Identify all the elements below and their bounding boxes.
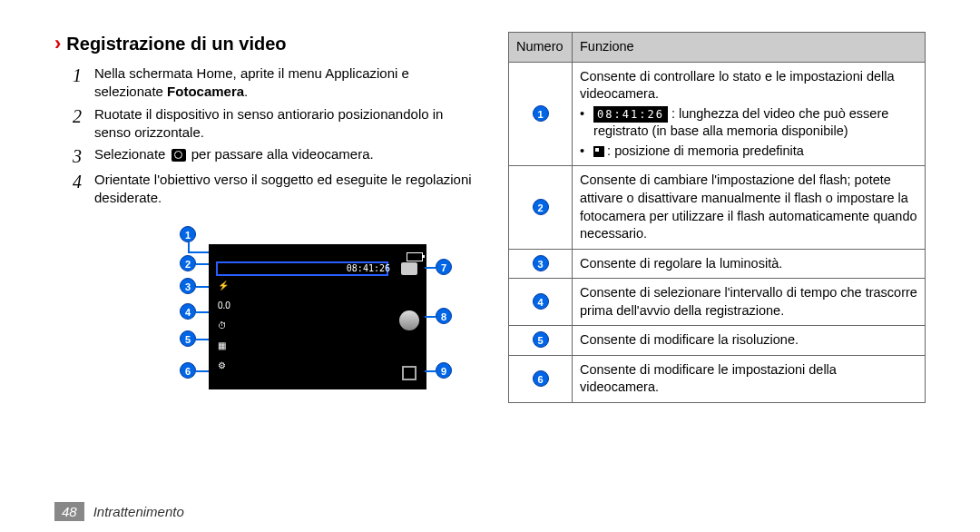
flash-off-icon: ⚡ <box>218 281 230 295</box>
badge-icon: 3 <box>533 255 549 271</box>
table-header-number: Numero <box>509 33 573 63</box>
callout-3: 3 <box>180 278 196 294</box>
record-button-icon <box>399 310 419 330</box>
table-row: 1 Consente di controllare lo stato e le … <box>509 62 926 166</box>
step-number: 3 <box>73 145 94 167</box>
callout-4: 4 <box>180 303 196 320</box>
camera-ui-diagram: 1 2 3 4 5 6 08:41:26 ⚡ 0.0 ⏱ ▦ <box>100 226 426 408</box>
table-cell: Consente di modificare la risoluzione. <box>573 326 926 356</box>
table-cell: Consente di controllare lo stato e le im… <box>573 62 926 166</box>
badge-icon: 2 <box>533 199 549 215</box>
step-number: 2 <box>73 105 94 143</box>
step-number: 4 <box>73 171 94 208</box>
step-number: 1 <box>73 64 94 102</box>
gear-icon: ⚙ <box>218 360 230 375</box>
camera-icon <box>172 149 186 162</box>
videocamera-icon <box>401 262 417 275</box>
step-text: Nella schermata Home, aprite il menu App… <box>94 64 472 102</box>
timecode-label: 08:41:26 <box>347 263 390 273</box>
page-number: 48 <box>54 502 84 521</box>
step-2: 2 Ruotate il dispositivo in senso antior… <box>73 105 472 143</box>
step-4: 4 Orientate l'obiettivo verso il soggett… <box>73 171 472 208</box>
badge-icon: 4 <box>533 293 549 310</box>
timer-off-icon: ⏱ <box>218 320 230 335</box>
badge-icon: 5 <box>533 331 549 348</box>
page-footer: 48 Intrattenimento <box>54 502 184 521</box>
table-row: 5 Consente di modificare la risoluzione. <box>509 326 926 356</box>
table-row: 6 Consente di modificare le impostazioni… <box>509 355 926 402</box>
heading-text: Registrazione di un video <box>66 34 286 54</box>
table-cell: Consente di selezionare l'intervallo di … <box>573 279 926 326</box>
callout-5: 5 <box>180 330 196 347</box>
callout-8: 8 <box>436 308 452 324</box>
table-row: 2 Consente di cambiare l'impostazione de… <box>509 166 926 249</box>
callout-7: 7 <box>436 259 452 275</box>
badge-icon: 6 <box>533 370 549 387</box>
step-text: Orientate l'obiettivo verso il soggetto … <box>94 171 472 208</box>
callout-1: 1 <box>180 226 196 242</box>
callout-9: 9 <box>436 362 452 379</box>
resolution-icon: ▦ <box>218 340 230 355</box>
badge-icon: 1 <box>533 105 549 122</box>
gallery-icon <box>402 366 416 380</box>
step-text: Ruotate il dispositivo in senso antiorar… <box>94 105 472 143</box>
table-header-function: Funzione <box>573 33 926 63</box>
left-side-icons: ⚡ 0.0 ⏱ ▦ ⚙ <box>218 281 230 375</box>
callout-2: 2 <box>180 255 196 271</box>
step-1: 1 Nella schermata Home, aprite il menu A… <box>73 64 472 102</box>
section-name: Intrattenimento <box>93 504 184 519</box>
callout-6: 6 <box>180 362 196 379</box>
step-text: Selezionate per passare alla videocamera… <box>94 145 374 167</box>
chevron-right-icon: › <box>54 32 61 55</box>
section-heading: › Registrazione di un video <box>54 32 472 55</box>
table-row: 4 Consente di selezionare l'intervallo d… <box>509 279 926 326</box>
table-row: 3 Consente di regolare la luminosità. <box>509 249 926 279</box>
timecode-chip: 08:41:26 <box>593 106 668 123</box>
camera-screen: 08:41:26 ⚡ 0.0 ⏱ ▦ ⚙ <box>209 244 426 389</box>
table-cell: Consente di cambiare l'impostazione del … <box>573 166 926 249</box>
exposure-icon: 0.0 <box>218 300 230 315</box>
table-cell: Consente di modificare le impostazioni d… <box>573 355 926 402</box>
reference-table: Numero Funzione 1 Consente di controllar… <box>508 32 926 403</box>
step-3: 3 Selezionate per passare alla videocame… <box>73 145 472 167</box>
memory-icon <box>593 146 604 157</box>
right-side-icons <box>399 262 419 380</box>
table-cell: Consente di regolare la luminosità. <box>573 249 926 279</box>
